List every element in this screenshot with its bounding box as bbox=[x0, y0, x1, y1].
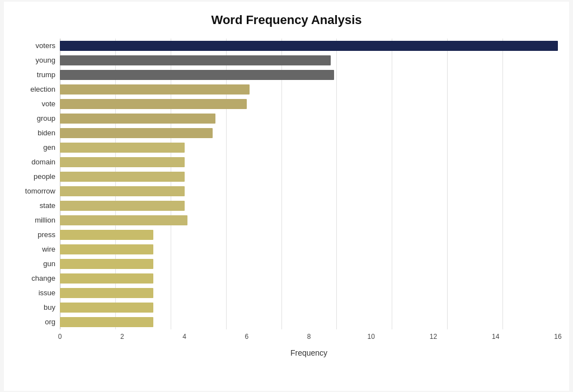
bar-row bbox=[60, 242, 558, 257]
y-label: trump bbox=[37, 68, 55, 82]
x-tick-label: 12 bbox=[430, 333, 437, 341]
bar bbox=[60, 288, 153, 298]
bar bbox=[60, 186, 185, 196]
bottom-section: 0246810121416 Frequency bbox=[60, 333, 558, 357]
chart-title: Word Frequency Analysis bbox=[15, 13, 558, 27]
y-label: gen bbox=[43, 140, 55, 155]
x-tick-label: 16 bbox=[554, 333, 561, 341]
bar bbox=[60, 55, 331, 65]
x-tick-label: 8 bbox=[307, 333, 311, 341]
chart-container: Word Frequency Analysis votersyoungtrump… bbox=[4, 2, 569, 391]
y-label: group bbox=[37, 111, 55, 126]
bar bbox=[60, 70, 334, 80]
y-label: young bbox=[36, 53, 55, 68]
x-tick-label: 0 bbox=[58, 333, 62, 341]
bar-row bbox=[60, 155, 558, 169]
bar-row bbox=[60, 271, 558, 286]
bar-row bbox=[60, 97, 558, 111]
x-axis-labels: 0246810121416 bbox=[60, 333, 558, 344]
bar bbox=[60, 201, 185, 211]
bar-row bbox=[60, 53, 558, 68]
bar bbox=[60, 215, 187, 225]
bars-container bbox=[60, 39, 558, 329]
bar bbox=[60, 172, 185, 182]
x-tick-label: 2 bbox=[120, 333, 124, 341]
x-tick-label: 6 bbox=[245, 333, 248, 341]
y-label: issue bbox=[39, 286, 55, 300]
bar bbox=[60, 114, 215, 124]
y-label: tomorrow bbox=[25, 184, 55, 199]
bar bbox=[60, 99, 247, 109]
x-axis-title: Frequency bbox=[60, 348, 558, 357]
y-label: buy bbox=[44, 300, 55, 315]
bar bbox=[60, 41, 558, 51]
bar bbox=[60, 244, 153, 254]
y-label: domain bbox=[31, 155, 55, 169]
y-label: change bbox=[31, 271, 55, 286]
y-label: org bbox=[45, 315, 55, 329]
y-label: state bbox=[40, 199, 55, 213]
y-label: press bbox=[37, 228, 55, 242]
chart-area: votersyoungtrumpelectionvotegroupbidenge… bbox=[15, 39, 558, 329]
y-label: biden bbox=[37, 126, 55, 140]
bar-row bbox=[60, 184, 558, 199]
bar bbox=[60, 157, 185, 167]
bar-row bbox=[60, 169, 558, 184]
y-label: million bbox=[35, 213, 55, 228]
bar-row bbox=[60, 213, 558, 228]
bar-row bbox=[60, 39, 558, 53]
bar-row bbox=[60, 315, 558, 329]
y-label: gun bbox=[43, 257, 55, 271]
bar-row bbox=[60, 300, 558, 315]
bars-and-grid bbox=[60, 39, 558, 329]
bar-row bbox=[60, 68, 558, 82]
bar-row bbox=[60, 286, 558, 300]
bar bbox=[60, 84, 250, 95]
bar-row bbox=[60, 126, 558, 140]
bar-row bbox=[60, 111, 558, 126]
y-axis: votersyoungtrumpelectionvotegroupbidenge… bbox=[15, 39, 60, 329]
bar-row bbox=[60, 199, 558, 213]
bar bbox=[60, 303, 153, 313]
bar bbox=[60, 317, 153, 327]
x-tick-label: 4 bbox=[182, 333, 186, 341]
bar bbox=[60, 230, 153, 240]
bar-row bbox=[60, 140, 558, 155]
y-label: vote bbox=[41, 97, 55, 111]
y-label: voters bbox=[36, 39, 55, 53]
x-tick-label: 10 bbox=[368, 333, 375, 341]
y-label: wire bbox=[42, 242, 55, 257]
bar-row bbox=[60, 257, 558, 271]
bar bbox=[60, 259, 153, 269]
y-label: people bbox=[34, 169, 55, 184]
y-label: election bbox=[30, 82, 55, 97]
bar bbox=[60, 128, 213, 138]
x-tick-label: 14 bbox=[492, 333, 499, 341]
bar-row bbox=[60, 82, 558, 97]
bar bbox=[60, 273, 153, 284]
bar-row bbox=[60, 228, 558, 242]
bar bbox=[60, 143, 185, 153]
